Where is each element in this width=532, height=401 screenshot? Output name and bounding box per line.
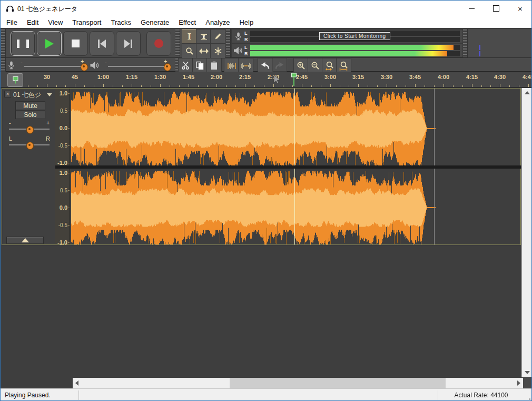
timeline-tick	[254, 85, 255, 87]
playback-volume-slider[interactable]	[108, 66, 169, 67]
menu-help[interactable]: Help	[234, 16, 258, 28]
gain-minus: -	[9, 120, 11, 125]
menu-view[interactable]: View	[43, 16, 67, 28]
vertical-scale-label: 0.0	[60, 204, 67, 211]
pause-button[interactable]	[11, 31, 35, 56]
menu-transport[interactable]: Transport	[67, 16, 106, 28]
scroll-down-icon[interactable]	[525, 371, 530, 374]
copy-button[interactable]	[192, 58, 208, 73]
audacity-window: 01 七色ジェネレータ × FileEditViewTransportTrack…	[0, 0, 532, 401]
record-button[interactable]	[146, 31, 171, 56]
vertical-scale-label: -0.5	[58, 143, 67, 149]
vertical-scale-label: 1.0	[60, 90, 67, 96]
title-bar[interactable]: 01 七色ジェネレータ ×	[1, 1, 531, 16]
horizontal-scrollbar[interactable]	[73, 378, 523, 388]
timeline-tick	[311, 85, 312, 87]
timeline-tick-label: 2:45	[296, 74, 308, 80]
gain-slider-thumb[interactable]	[26, 126, 34, 134]
mute-button[interactable]: Mute	[15, 101, 45, 110]
pin-icon	[12, 76, 19, 84]
transport-toolbar-grip[interactable]	[1, 29, 6, 57]
envelope-tool-button[interactable]	[196, 29, 211, 44]
timeline-tick	[47, 84, 47, 87]
fit-selection-button[interactable]	[322, 58, 337, 73]
skip-to-end-button[interactable]	[116, 31, 141, 56]
menu-analyze[interactable]: Analyze	[201, 16, 234, 28]
timeline-tick	[122, 85, 123, 87]
speaker-icon	[233, 46, 243, 55]
zoom-out-button[interactable]	[308, 58, 323, 73]
playback-volume-thumb[interactable]	[164, 63, 171, 71]
track-menu-dropdown-icon[interactable]	[47, 93, 52, 96]
timeline-tick	[349, 85, 349, 87]
timeline-tick	[321, 85, 321, 87]
mouse-cursor	[273, 75, 280, 85]
pan-slider-thumb[interactable]	[26, 142, 34, 150]
menu-file[interactable]: File	[2, 16, 22, 28]
timeline-tick	[207, 85, 208, 87]
track-collapse-button[interactable]	[6, 237, 44, 244]
maximize-button[interactable]	[484, 1, 508, 16]
paste-button[interactable]	[206, 58, 222, 73]
actual-rate: Actual Rate: 44100	[438, 392, 525, 399]
scroll-right-icon[interactable]	[517, 380, 520, 386]
timeline-tick-label: 4:30	[494, 74, 506, 80]
timeline-tick	[462, 85, 463, 87]
cut-button[interactable]	[178, 58, 193, 73]
meter-toolbar-grip[interactable]	[226, 29, 231, 57]
playback-volume-speaker-icon	[90, 61, 100, 70]
mixer-toolbar-grip[interactable]	[1, 58, 6, 72]
menu-generate[interactable]: Generate	[136, 16, 174, 28]
draw-tool-button[interactable]	[210, 29, 225, 44]
scroll-up-icon[interactable]	[525, 91, 530, 94]
selection-tool-button[interactable]: I	[182, 29, 197, 44]
solo-button[interactable]: Solo	[15, 110, 45, 119]
skip-to-end-icon	[124, 40, 130, 48]
timeline-tick-label: 3:30	[381, 74, 392, 80]
timeline-tick	[216, 84, 217, 87]
menu-effect[interactable]: Effect	[174, 16, 201, 28]
vertical-scale-label: 0.5	[60, 108, 67, 114]
timeline-tick	[434, 85, 435, 87]
silence-button[interactable]	[238, 58, 253, 73]
tools-toolbar-grip[interactable]	[175, 29, 180, 57]
recording-volume-thumb[interactable]	[81, 63, 88, 71]
monitor-prompt[interactable]: Click to Start Monitoring	[319, 32, 390, 40]
playback-meter[interactable]: L R	[231, 43, 463, 57]
toolbar-dock: I L R Click to Start Monitoring L R	[1, 28, 531, 72]
rec-vol-minus: -	[21, 60, 23, 65]
timeline-tick	[56, 85, 57, 87]
recording-meter[interactable]: L R Click to Start Monitoring	[231, 29, 463, 43]
zoom-tool-button[interactable]	[182, 43, 197, 58]
fit-project-button[interactable]	[336, 58, 351, 73]
vertical-scrollbar[interactable]	[521, 88, 532, 377]
timeline-tick-label: 3:15	[352, 74, 364, 80]
play-button[interactable]	[37, 31, 62, 56]
menu-tracks[interactable]: Tracks	[106, 16, 136, 28]
zoom-in-button[interactable]	[293, 58, 309, 73]
timeline-tick	[377, 85, 378, 87]
close-button[interactable]: ×	[508, 1, 532, 16]
track-close-button[interactable]: ×	[4, 91, 11, 97]
track-title[interactable]: 01 七色ジ	[13, 91, 46, 100]
pinned-play-head-button[interactable]	[7, 73, 23, 87]
trim-button[interactable]	[224, 58, 239, 73]
timeline-tick-label: 2:15	[239, 74, 251, 80]
undo-button[interactable]	[258, 58, 273, 73]
skip-to-start-button[interactable]	[90, 31, 114, 56]
stop-button[interactable]	[63, 31, 88, 56]
playhead-marker[interactable]	[290, 73, 298, 86]
multi-tool-button[interactable]	[210, 43, 225, 58]
track-close-icon: ×	[6, 91, 9, 97]
horizontal-scrollbar-thumb[interactable]	[230, 378, 446, 388]
resize-grip[interactable]	[529, 398, 530, 400]
timeline-tick	[170, 85, 170, 87]
meter-toolbar-end-grip[interactable]	[463, 29, 468, 57]
recording-volume-slider[interactable]	[24, 66, 85, 67]
timeline-ruler[interactable]: 1530451:001:151:301:452:002:152:302:453:…	[1, 72, 531, 87]
minimize-button[interactable]	[460, 1, 484, 16]
timeline-tick-label: 1:15	[126, 74, 137, 80]
scroll-left-icon[interactable]	[75, 380, 78, 386]
timeshift-tool-button[interactable]	[196, 43, 211, 58]
menu-edit[interactable]: Edit	[22, 16, 43, 28]
